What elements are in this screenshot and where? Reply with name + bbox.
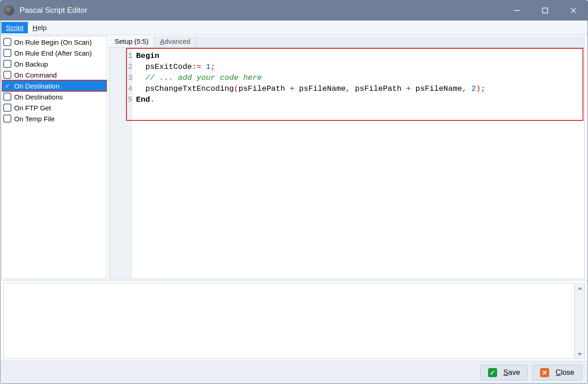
sidebar-item-destinations[interactable]: On Destinations	[2, 91, 107, 102]
checkbox-icon[interactable]	[3, 93, 11, 101]
sidebar-item-label: On Rule End (After Scan)	[14, 49, 92, 57]
output-scrollbar[interactable]	[574, 284, 584, 358]
sidebar-item-label: On Rule Begin (On Scan)	[14, 38, 92, 46]
output-content[interactable]	[4, 284, 574, 358]
sidebar-item-label: On FTP Get	[14, 104, 51, 112]
menubar: Script Help	[0, 21, 588, 35]
checkbox-icon[interactable]	[3, 49, 11, 57]
main-row: On Rule Begin (On Scan) On Rule End (Aft…	[0, 35, 588, 280]
maximize-button[interactable]	[531, 0, 559, 21]
sidebar-item-label: On Destination	[14, 82, 59, 90]
menu-help[interactable]: Help	[28, 22, 51, 33]
sidebar-item-temp-file[interactable]: On Temp File	[2, 113, 107, 124]
gutter-margin	[110, 48, 126, 279]
sidebar-item-command[interactable]: On Command	[2, 69, 107, 80]
save-button[interactable]: ✓ Save	[480, 365, 528, 380]
checkbox-icon[interactable]	[3, 82, 11, 90]
close-button[interactable]: ✕ Close	[532, 365, 582, 380]
tab-setup[interactable]: Setup (5:5)	[109, 36, 154, 47]
checkbox-icon[interactable]	[3, 114, 11, 123]
sidebar-item-rule-end[interactable]: On Rule End (After Scan)	[2, 47, 107, 58]
sidebar-item-destination[interactable]: On Destination	[2, 80, 107, 91]
sidebar-item-label: On Destinations	[14, 93, 63, 101]
editor-body: 1 2 3 4 5 Begin psExitCode:= 1; // ... a…	[109, 48, 585, 279]
tabs: Setup (5:5) Advanced	[109, 36, 585, 48]
sidebar-item-label: On Backup	[14, 60, 48, 68]
editor-column: Setup (5:5) Advanced 1 2 3 4 5 Begin psE…	[109, 36, 585, 279]
svg-rect-1	[543, 8, 548, 13]
minimize-button[interactable]	[503, 0, 531, 21]
tab-advanced[interactable]: Advanced	[154, 36, 196, 47]
sidebar-item-ftp-get[interactable]: On FTP Get	[2, 102, 107, 113]
close-window-button[interactable]	[559, 0, 588, 21]
menu-script[interactable]: Script	[1, 22, 28, 33]
scroll-up-icon[interactable]	[578, 287, 582, 290]
sidebar: On Rule Begin (On Scan) On Rule End (Aft…	[1, 36, 107, 279]
app-icon	[4, 5, 14, 16]
footer: ✓ Save ✕ Close	[0, 361, 588, 384]
scroll-down-icon[interactable]	[578, 353, 582, 356]
line-gutter: 1 2 3 4 5	[126, 48, 132, 279]
check-icon: ✓	[488, 368, 497, 377]
checkbox-icon[interactable]	[3, 38, 11, 46]
close-icon: ✕	[540, 368, 549, 377]
sidebar-item-label: On Temp File	[14, 115, 55, 123]
titlebar: Pascal Script Editor	[0, 0, 588, 21]
code-area[interactable]: Begin psExitCode:= 1; // ... add your co…	[132, 48, 584, 279]
output-panel	[3, 282, 585, 359]
sidebar-item-backup[interactable]: On Backup	[2, 58, 107, 69]
checkbox-icon[interactable]	[3, 60, 11, 68]
checkbox-icon[interactable]	[3, 104, 11, 112]
window-title: Pascal Script Editor	[20, 6, 87, 15]
sidebar-item-label: On Command	[14, 71, 57, 79]
checkbox-icon[interactable]	[3, 71, 11, 79]
sidebar-item-rule-begin[interactable]: On Rule Begin (On Scan)	[2, 36, 107, 47]
